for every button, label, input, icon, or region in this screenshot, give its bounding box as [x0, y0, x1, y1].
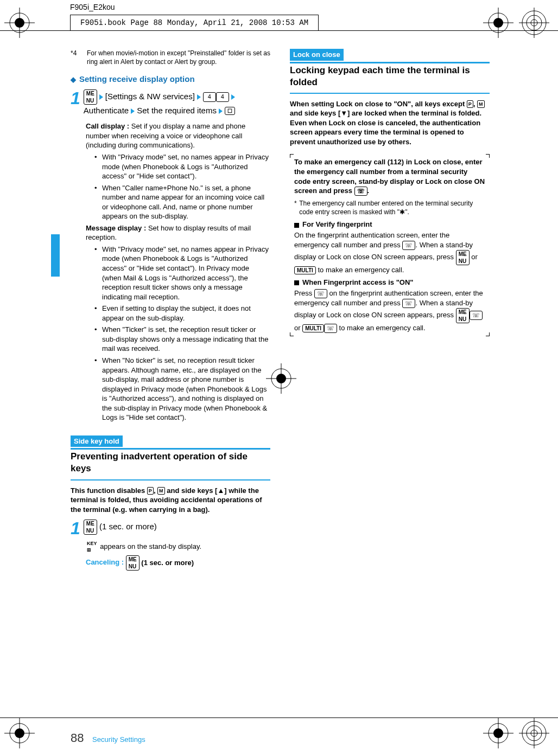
call-display-block: Call display : Set if you display a name…	[86, 121, 270, 221]
crop-mark-top-right	[483, 8, 513, 38]
corner-tr-icon	[486, 154, 490, 158]
step-number-1: 1	[71, 89, 80, 107]
section-name: Security Settings	[92, 735, 145, 744]
sidekey-heading: Preventing inadvertent operation of side…	[71, 451, 270, 480]
list-item: With "Privacy mode" set, no names appear…	[94, 152, 270, 181]
square-bullet-icon	[294, 223, 299, 228]
list-item: When "Ticker" is set, the reception resu…	[94, 325, 270, 354]
menu-key-icon: MENU	[84, 520, 97, 535]
side-tab	[51, 234, 60, 277]
section-receive-display: Setting receive display option	[71, 74, 270, 85]
m-key-icon: M	[477, 100, 485, 108]
crop-mark-top-left	[4, 8, 35, 38]
corner-tl-icon	[290, 154, 294, 158]
file-name: F905i_E2kou	[70, 3, 319, 11]
call-key-icon: ☏	[402, 299, 415, 308]
multi-key-icon: MULTI	[294, 266, 316, 274]
book-key-icon: ☐	[225, 107, 235, 115]
step-number-1: 1	[71, 520, 80, 537]
spiral-bottom-right	[519, 718, 549, 748]
emergency-box: To make an emergency call (112) in Lock …	[290, 154, 490, 336]
lock-chip: Lock on close	[290, 49, 344, 61]
key-4-icon: 4	[216, 92, 229, 102]
p-key-icon: P	[147, 487, 154, 495]
teal-bar	[290, 62, 490, 63]
page-number: 88	[71, 731, 84, 745]
list-item: With "Privacy mode" set, no names appear…	[94, 245, 270, 302]
spiral-top-right	[519, 8, 549, 38]
menu-key-icon: MENU	[126, 555, 140, 571]
square-bullet-icon	[294, 280, 299, 285]
sidekey-chip: Side key hold	[71, 435, 123, 447]
call-key-icon: ☏	[324, 324, 337, 333]
call-key-icon: ☏	[314, 289, 327, 298]
book-info: F905i.book Page 88 Monday, April 21, 200…	[70, 15, 319, 31]
page-footer: 88 Security Settings	[71, 731, 145, 745]
footer-rule	[0, 717, 558, 718]
step-1-body: MENU[Settings & NW services]44Authentica…	[84, 89, 270, 117]
crop-mark-bottom-right	[483, 718, 513, 748]
key-4-icon: 4	[203, 92, 216, 102]
lock-intro: When setting Lock on close to "ON", all …	[290, 99, 490, 147]
header-rule	[0, 30, 558, 31]
corner-br-icon	[486, 332, 490, 336]
lock-heading: Locking keypad each time the terminal is…	[290, 65, 490, 94]
arrow-icon	[99, 94, 103, 100]
arrow-icon	[231, 94, 235, 100]
corner-bl-icon	[290, 332, 294, 336]
call-key-icon: ☏	[354, 187, 367, 196]
menu-key-icon: MENU	[84, 89, 97, 105]
m-key-icon: M	[157, 487, 165, 495]
sidekey-note: KEY⊞ appears on the stand-by display.	[86, 540, 270, 553]
list-item: When "Caller name+Phone No." is set, a p…	[94, 183, 270, 221]
multi-key-icon: MULTI	[302, 324, 324, 332]
emergency-note: *The emergency call number entered on th…	[294, 199, 485, 216]
arrow-icon	[131, 108, 135, 114]
key-indicator-icon: KEY⊞	[86, 540, 98, 553]
p-key-icon: P	[467, 100, 473, 108]
call-key-icon: ☏	[402, 241, 415, 250]
verify-fp-block: For Verify fingerprint On the fingerprin…	[294, 220, 485, 274]
message-display-block: Message display : Set how to display res…	[86, 223, 270, 422]
canceling-line: Canceling : MENU (1 sec. or more)	[86, 555, 270, 571]
sidekey-step-body: MENU (1 sec. or more)	[84, 520, 157, 535]
crop-mark-bottom-left	[4, 718, 35, 748]
sidekey-intro: This function disables P, M and side key…	[71, 486, 270, 515]
arrow-icon	[219, 108, 223, 114]
fp-access-block: When Fingerprint access is "ON" Press ☏ …	[294, 278, 485, 333]
list-item: When "No ticker" is set, no reception re…	[94, 356, 270, 422]
teal-bar	[71, 448, 270, 450]
menu-key-icon: MENU	[456, 250, 470, 265]
emergency-text: To make an emergency call (112) in Lock …	[294, 157, 485, 196]
call-key-icon: ☏	[470, 311, 483, 320]
footnote-4: *4 For when movie/i-motion in except "Pr…	[71, 49, 270, 66]
list-item: Even if setting to display the subject, …	[94, 304, 270, 323]
menu-key-icon: MENU	[456, 308, 470, 323]
arrow-icon	[197, 94, 201, 100]
